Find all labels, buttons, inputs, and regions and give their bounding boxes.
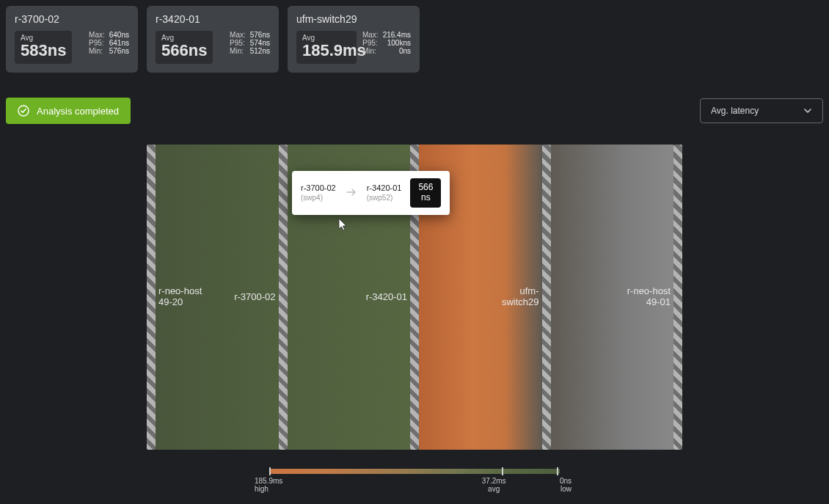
hop-tooltip: r-3700-02 (swp4) r-3420-01 (swp52) 566 n…: [292, 171, 450, 215]
legend-gradient: [269, 469, 560, 474]
card-stats: Max:216.4ms P95:100kns Min:0ns: [362, 31, 411, 55]
node-label: r-3420-01: [366, 292, 407, 303]
avg-badge: Avg 185.9ms: [296, 31, 357, 64]
node-divider: [542, 145, 551, 450]
hop-segment[interactable]: r-neo-host 49-01: [551, 145, 674, 450]
legend-low-label: low: [560, 485, 571, 493]
legend-high-value: 185.9ms: [255, 477, 282, 485]
node-divider: [279, 145, 288, 450]
latency-card[interactable]: r-3700-02 Avg 583ns Max:640ns P95:641ns …: [6, 6, 138, 73]
tooltip-from: r-3700-02 (swp4): [301, 183, 336, 202]
tooltip-to: r-3420-01 (swp52): [367, 183, 402, 202]
chevron-down-icon: [803, 106, 812, 115]
legend-mid-label: avg: [488, 485, 500, 493]
latency-card[interactable]: ufm-switch29 Avg 185.9ms Max:216.4ms P95…: [288, 6, 420, 73]
card-stats: Max:576ns P95:574ns Min:512ns: [230, 31, 270, 55]
avg-badge: Avg 583ns: [15, 31, 72, 64]
latency-path-visualization[interactable]: r-neo-host 49-20 r-3700-02 r-3420-01 ufm…: [147, 145, 682, 450]
check-circle-icon: [18, 105, 29, 117]
node-label: ufm-switch29: [486, 286, 539, 308]
card-title: ufm-switch29: [296, 13, 411, 25]
hop-segment[interactable]: r-neo-host 49-20 r-3700-02: [156, 145, 279, 450]
avg-badge: Avg 566ns: [156, 31, 213, 64]
node-label: r-3700-02: [234, 292, 275, 303]
legend-mid-value: 37.2ms: [482, 477, 506, 485]
latency-card[interactable]: r-3420-01 Avg 566ns Max:576ns P95:574ns …: [147, 6, 279, 73]
metric-dropdown[interactable]: Avg. latency: [700, 98, 823, 123]
metric-dropdown-label: Avg. latency: [711, 106, 759, 116]
legend-high-label: high: [255, 485, 269, 493]
status-text: Analysis completed: [37, 106, 119, 117]
card-title: r-3420-01: [156, 13, 270, 25]
node-divider: [147, 145, 156, 450]
arrow-right-icon: [345, 187, 358, 199]
card-title: r-3700-02: [15, 13, 129, 25]
node-label: r-neo-host 49-20: [158, 286, 211, 308]
analysis-status-pill: Analysis completed: [6, 98, 131, 124]
node-label: r-neo-host 49-01: [618, 286, 671, 308]
node-divider: [673, 145, 682, 450]
summary-cards: r-3700-02 Avg 583ns Max:640ns P95:641ns …: [0, 0, 829, 78]
tooltip-value: 566 ns: [410, 178, 441, 208]
color-legend: 185.9ms high 37.2ms avg 0ns low: [269, 469, 560, 493]
legend-low-value: 0ns: [560, 477, 571, 485]
card-stats: Max:640ns P95:641ns Min:576ns: [89, 31, 129, 55]
